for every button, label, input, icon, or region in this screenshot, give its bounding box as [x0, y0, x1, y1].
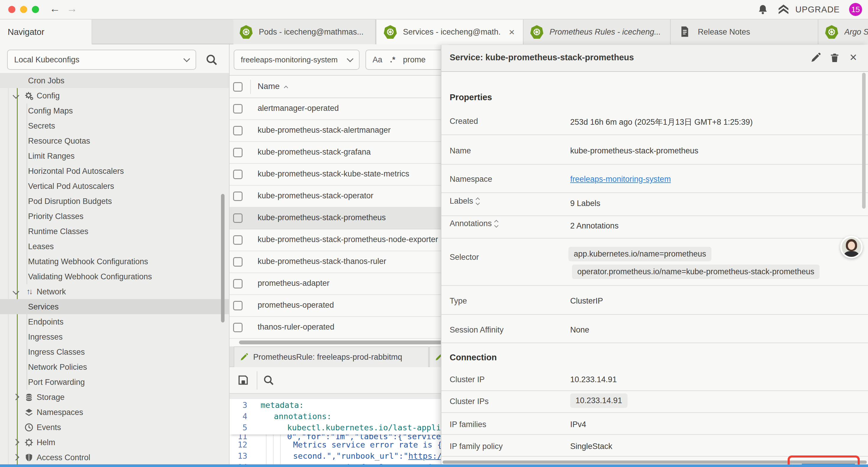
- row-checkbox[interactable]: [233, 257, 243, 267]
- close-icon[interactable]: ×: [850, 50, 857, 64]
- sidebar-item-vertical-pod-autoscalers[interactable]: Vertical Pod Autoscalers: [0, 178, 229, 194]
- list-row[interactable]: kube-prometheus-stack-prometheus-node-ex…: [229, 229, 447, 251]
- notification-bell-icon[interactable]: [757, 4, 769, 16]
- sidebar-scrollbar[interactable]: [221, 194, 224, 322]
- list-row[interactable]: kube-prometheus-stack-grafana: [229, 142, 447, 164]
- yaml-editor[interactable]: 11 0","for":"1m","labels":{"service":" 3…: [229, 399, 447, 464]
- row-checkbox[interactable]: [233, 148, 243, 157]
- row-checkbox[interactable]: [233, 301, 243, 310]
- sidebar-item-horizontal-pod-autoscalers[interactable]: Horizontal Pod Autoscalers: [0, 164, 229, 178]
- chevron-down-icon[interactable]: [13, 288, 20, 295]
- sidebar-item-validating-webhook-configurations[interactable]: Validating Webhook Configurations: [0, 269, 229, 284]
- list-horizontal-scrollbar[interactable]: [239, 341, 446, 344]
- upgrade-chevrons-icon[interactable]: [777, 3, 790, 16]
- service-name: kube-prometheus-stack-kube-state-metrics: [258, 169, 409, 178]
- sidebar-item-config[interactable]: Config: [0, 88, 229, 103]
- delete-trash-icon[interactable]: [829, 52, 840, 63]
- row-checkbox[interactable]: [233, 279, 243, 289]
- traffic-light-minimize[interactable]: [20, 6, 27, 13]
- sidebar-item-port-forwarding[interactable]: Port Forwarding: [0, 375, 229, 389]
- list-row[interactable]: prometheus-operated: [229, 295, 447, 317]
- edit-pencil-icon[interactable]: [810, 52, 821, 63]
- filter-query[interactable]: prome: [403, 55, 426, 64]
- list-row[interactable]: thanos-ruler-operated: [229, 317, 447, 339]
- tab-prometheus-rules[interactable]: Prometheus Rules - icecheng...: [524, 20, 671, 44]
- sidebar-item-ingresses[interactable]: Ingresses: [0, 329, 229, 344]
- sidebar-item-config-maps[interactable]: Config Maps: [0, 103, 229, 118]
- kubernetes-icon: [530, 25, 544, 39]
- row-checkbox[interactable]: [233, 323, 243, 332]
- traffic-light-close[interactable]: [8, 6, 16, 13]
- save-icon[interactable]: [237, 374, 250, 387]
- service-name: kube-prometheus-stack-grafana: [258, 147, 371, 157]
- sidebar-item-cron-jobs[interactable]: Cron Jobs: [0, 73, 229, 88]
- regex-toggle[interactable]: .*: [390, 55, 395, 64]
- chevron-right-icon[interactable]: [13, 393, 20, 400]
- tab-pods[interactable]: Pods - icecheng@mathmas...: [234, 20, 376, 44]
- kubeconfig-selector[interactable]: Local Kubeconfigs: [7, 50, 196, 70]
- row-checkbox[interactable]: [233, 104, 243, 114]
- sidebar-item-events[interactable]: Events: [0, 420, 229, 435]
- sidebar-item-priority-classes[interactable]: Priority Classes: [0, 209, 229, 224]
- filter-box[interactable]: Aa .* prome: [366, 50, 447, 70]
- sidebar-item-pod-disruption-budgets[interactable]: Pod Disruption Budgets: [0, 194, 229, 209]
- notification-count-badge[interactable]: 15: [849, 3, 862, 16]
- row-checkbox[interactable]: [233, 213, 243, 223]
- sidebar-item-endpoints[interactable]: Endpoints: [0, 314, 229, 329]
- sidebar-item-services[interactable]: Services: [0, 299, 229, 314]
- list-row[interactable]: kube-prometheus-stack-kube-state-metrics: [229, 164, 447, 185]
- sidebar-search-icon[interactable]: [205, 53, 218, 66]
- chevron-down-icon[interactable]: [13, 92, 20, 99]
- annotations-value: 2 Annotations: [570, 222, 619, 231]
- tab-label: Services - icecheng@math...: [403, 28, 500, 37]
- detail-vertical-scrollbar[interactable]: [862, 73, 866, 209]
- namespace-link[interactable]: freeleaps-monitoring-system: [570, 175, 671, 184]
- sidebar-item-runtime-classes[interactable]: Runtime Classes: [0, 224, 229, 239]
- list-row[interactable]: prometheus-adapter: [229, 273, 447, 295]
- ip-family-policy-value: SingleStack: [570, 442, 613, 451]
- sidebar-item-secrets[interactable]: Secrets: [0, 118, 229, 133]
- upgrade-label[interactable]: UPGRADE: [795, 5, 840, 14]
- sidebar-item-ingress-classes[interactable]: Ingress Classes: [0, 344, 229, 359]
- sidebar-item-mutating-webhook-configurations[interactable]: Mutating Webhook Configurations: [0, 254, 229, 269]
- tab-close-icon[interactable]: ×: [509, 26, 515, 38]
- sidebar-item-storage[interactable]: Storage: [0, 389, 229, 405]
- annotations-label[interactable]: Annotations: [450, 219, 498, 228]
- editor-search-icon[interactable]: [262, 374, 275, 386]
- row-checkbox[interactable]: [233, 126, 243, 135]
- sidebar-item-leases[interactable]: Leases: [0, 239, 229, 254]
- chevron-right-icon[interactable]: [13, 454, 20, 461]
- row-checkbox[interactable]: [233, 170, 243, 179]
- list-row[interactable]: kube-prometheus-stack-alertmanager: [229, 120, 447, 142]
- list-row-selected[interactable]: kube-prometheus-stack-prometheus: [229, 207, 447, 229]
- sidebar-item-network-policies[interactable]: Network Policies: [0, 359, 229, 375]
- chevron-right-icon[interactable]: [13, 439, 20, 445]
- sidebar-item-access-control[interactable]: Access Control: [0, 450, 229, 465]
- tab-label: Release Notes: [698, 28, 750, 37]
- traffic-light-zoom[interactable]: [32, 6, 39, 13]
- namespace-selector[interactable]: freeleaps-monitoring-system: [234, 50, 360, 70]
- nav-forward-button[interactable]: →: [67, 2, 78, 15]
- sidebar-item-resource-quotas[interactable]: Resource Quotas: [0, 133, 229, 148]
- nav-back-button[interactable]: ←: [50, 2, 60, 15]
- list-row[interactable]: kube-prometheus-stack-thanos-ruler: [229, 251, 447, 273]
- sidebar-item-helm[interactable]: Helm: [0, 435, 229, 450]
- labels-label[interactable]: Labels: [450, 197, 479, 206]
- avatar[interactable]: [840, 236, 863, 258]
- selector-label: Selector: [450, 253, 479, 262]
- type-value: ClusterIP: [570, 296, 603, 305]
- sidebar-item-namespaces[interactable]: Namespaces: [0, 405, 229, 420]
- tab-release-notes[interactable]: Release Notes: [671, 20, 818, 44]
- row-checkbox[interactable]: [233, 192, 243, 201]
- select-all-checkbox[interactable]: [233, 82, 243, 92]
- row-checkbox[interactable]: [233, 235, 243, 245]
- tab-argo[interactable]: Argo Se: [818, 20, 868, 44]
- match-case-toggle[interactable]: Aa: [373, 55, 382, 64]
- sidebar-item-network[interactable]: ↑↓ Network: [0, 284, 229, 299]
- tab-services-active[interactable]: Services - icecheng@math... ×: [376, 20, 524, 44]
- sidebar-item-limit-ranges[interactable]: Limit Ranges: [0, 148, 229, 164]
- editor-tab-prometheusrule[interactable]: PrometheusRule: freeleaps-prod-rabbitmq: [234, 346, 429, 367]
- column-header-name[interactable]: Name: [258, 82, 280, 91]
- list-row[interactable]: kube-prometheus-stack-operator: [229, 185, 447, 207]
- list-row[interactable]: alertmanager-operated: [229, 98, 447, 120]
